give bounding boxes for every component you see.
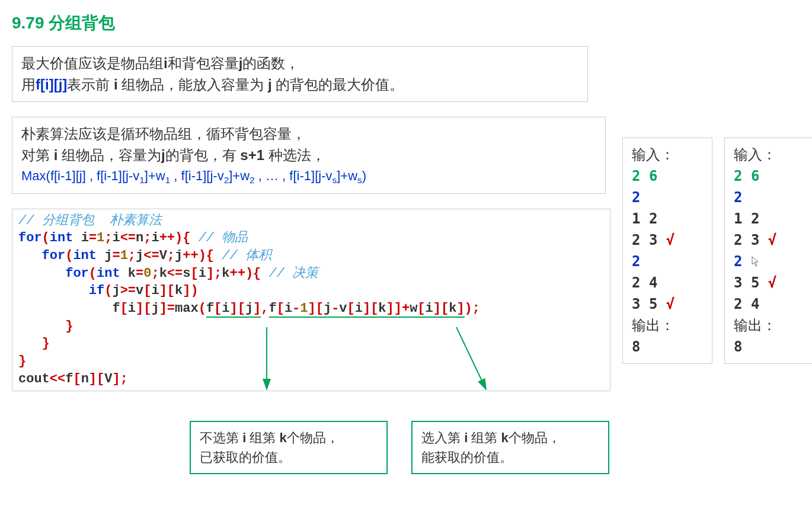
check-icon: √ <box>666 296 674 312</box>
io-row: 2 <box>734 251 805 272</box>
io-row: 2 <box>632 251 703 272</box>
output-label: 输出： <box>632 315 703 336</box>
io-output: 8 <box>734 336 805 357</box>
io-row: 2 3 √ <box>632 229 703 251</box>
definition-box: 最大价值应该是物品组i和背包容量j的函数， 用f[i][j]表示前 i 组物品，… <box>12 46 588 102</box>
io-output: 8 <box>632 336 703 357</box>
io-row: 3 5 √ <box>632 293 703 315</box>
input-label: 输入： <box>632 144 703 165</box>
io-box-2: 输入： 2 6 2 1 2 2 3 √ 2 3 5 √ 2 4 输出： 8 <box>724 138 812 364</box>
io-row: 2 4 <box>632 272 703 293</box>
code-container: // 分组背包 朴素算法 for(int i=1;i<=n;i++){ // 物… <box>12 209 610 475</box>
callout-select: 选入第 i 组第 k个物品， 能获取的价值。 <box>411 421 609 474</box>
output-label: 输出： <box>734 315 805 336</box>
io-box-1: 输入： 2 6 2 1 2 2 3 √ 2 2 4 3 5 √ 输出： 8 <box>622 138 712 364</box>
cursor-icon <box>751 252 760 273</box>
io-row: 2 3 √ <box>734 229 805 251</box>
check-icon: √ <box>768 274 776 291</box>
algo-line2: 对第 i 组物品，容量为j的背包，有 s+1 种选法， <box>21 145 596 166</box>
io-row: 2 <box>632 187 703 208</box>
callout-row: 不选第 i 组第 k个物品， 已获取的价值。 选入第 i 组第 k个物品， 能获… <box>190 421 610 474</box>
algo-line1: 朴素算法应该是循环物品组，循环背包容量， <box>21 123 596 145</box>
comment: // 分组背包 朴素算法 <box>18 213 162 228</box>
input-label: 输入： <box>734 144 805 165</box>
check-icon: √ <box>666 232 674 248</box>
io-row: 2 6 <box>632 165 703 187</box>
io-row: 2 6 <box>734 165 805 187</box>
io-row: 2 <box>734 187 805 208</box>
algorithm-desc-box: 朴素算法应该是循环物品组，循环背包容量， 对第 i 组物品，容量为j的背包，有 … <box>12 117 606 194</box>
definition-line1: 最大价值应该是物品组i和背包容量j的函数， <box>21 53 578 74</box>
io-row: 1 2 <box>734 208 805 229</box>
io-row: 1 2 <box>632 208 703 229</box>
max-formula: Max(f[i-1][j] , f[i-1][j-v1]+w1 , f[i-1]… <box>21 166 596 187</box>
callout-no-select: 不选第 i 组第 k个物品， 已获取的价值。 <box>190 421 388 474</box>
io-row: 3 5 √ <box>734 272 805 293</box>
check-icon: √ <box>768 232 776 248</box>
heading-title: 分组背包 <box>49 14 115 32</box>
heading-number: 9.79 <box>12 14 44 32</box>
code-box: // 分组背包 朴素算法 for(int i=1;i<=n;i++){ // 物… <box>12 209 610 392</box>
io-row: 2 4 <box>734 293 805 315</box>
section-heading: 9.79 分组背包 <box>12 12 800 34</box>
io-examples: 输入： 2 6 2 1 2 2 3 √ 2 2 4 3 5 √ 输出： 8 输入… <box>622 138 812 364</box>
definition-line2: 用f[i][j]表示前 i 组物品，能放入容量为 j 的背包的最大价值。 <box>21 74 578 95</box>
